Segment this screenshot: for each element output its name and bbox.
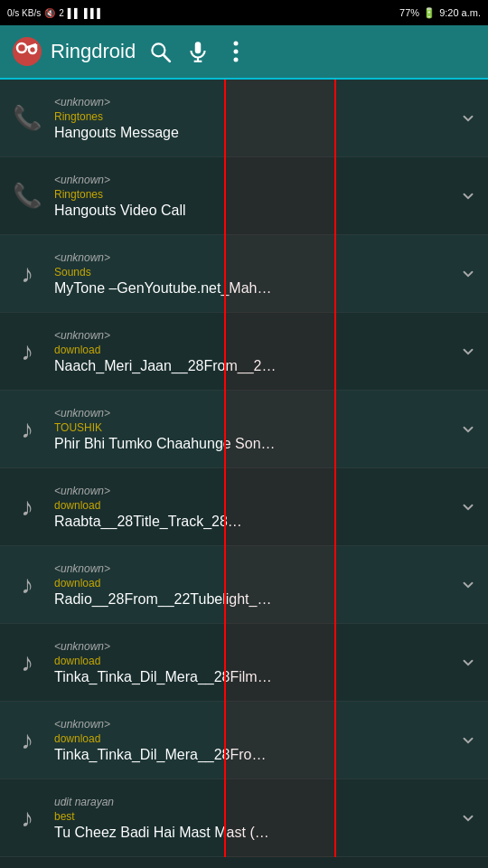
item-artist-5: <unknown> <box>54 485 441 497</box>
svg-point-0 <box>13 37 42 66</box>
item-icon-9: ♪ <box>0 804 54 833</box>
expand-button-5[interactable] <box>448 499 488 515</box>
svg-point-10 <box>234 42 239 46</box>
item-title-6: Radio__28From__22Tubelight_… <box>54 591 441 608</box>
item-artist-4: <unknown> <box>54 407 441 420</box>
item-artist-6: <unknown> <box>54 562 441 575</box>
music-note-icon: ♪ <box>21 648 33 677</box>
item-content-2: <unknown> Sounds MyTone –GenYoutube.net_… <box>54 251 448 297</box>
list-item[interactable]: 📞 <unknown> Ringtones Hangouts Video Cal… <box>0 157 488 235</box>
item-title-8: Tinka_Tinka_Dil_Mera__28Fro… <box>54 747 441 763</box>
music-note-icon: ♪ <box>21 726 33 755</box>
ringdroid-logo-icon <box>11 35 43 68</box>
item-category-8: download <box>54 732 441 745</box>
mute-icon: 🔇 <box>44 8 55 18</box>
item-category-5: download <box>54 499 441 512</box>
item-icon-6: ♪ <box>0 571 54 599</box>
svg-line-6 <box>164 55 170 61</box>
svg-point-12 <box>234 58 239 62</box>
item-icon-5: ♪ <box>0 493 54 522</box>
item-icon-4: ♪ <box>0 415 54 444</box>
item-artist-2: <unknown> <box>54 251 441 264</box>
music-note-icon: ♪ <box>21 259 33 288</box>
list-item[interactable]: ♪ <unknown> download Radio__28From__22Tu… <box>0 546 488 624</box>
expand-button-0[interactable] <box>448 110 488 127</box>
signal-bars: ▌▌ <box>68 8 80 18</box>
list-item[interactable]: ♪ <unknown> download Raabta__28Title_Tra… <box>0 468 488 546</box>
music-note-icon: ♪ <box>21 493 33 522</box>
item-category-4: TOUSHIK <box>54 421 441 434</box>
ringtone-list: 📞 <unknown> Ringtones Hangouts Message 📞… <box>0 80 488 868</box>
item-artist-8: <unknown> <box>54 718 441 731</box>
music-note-icon: ♪ <box>21 571 33 599</box>
item-artist-7: <unknown> <box>54 640 441 653</box>
mic-button[interactable] <box>184 38 211 65</box>
item-title-7: Tinka_Tinka_Dil_Mera__28Film… <box>54 669 441 685</box>
music-note-icon: ♪ <box>21 804 33 833</box>
signal-bars2: ▌▌▌ <box>84 8 103 18</box>
expand-button-4[interactable] <box>448 421 488 438</box>
expand-button-3[interactable] <box>448 344 488 360</box>
item-icon-3: ♪ <box>0 337 54 366</box>
item-content-4: <unknown> TOUSHIK Phir Bhi Tumko Chaahun… <box>54 407 448 452</box>
item-content-1: <unknown> Ringtones Hangouts Video Call <box>54 174 448 219</box>
app-title: Ringdroid <box>51 40 136 63</box>
clock: 9:20 a.m. <box>439 7 481 18</box>
list-item[interactable]: ♪ <unknown> download Naach_Meri_Jaan__28… <box>0 313 488 391</box>
app-logo: Ringdroid <box>11 35 136 68</box>
music-note-icon: ♪ <box>21 337 33 366</box>
expand-button-8[interactable] <box>448 732 488 749</box>
item-content-9: udit narayan best Tu Cheez Badi Hai Mast… <box>54 796 448 841</box>
search-button[interactable] <box>146 38 174 65</box>
item-content-3: <unknown> download Naach_Meri_Jaan__28Fr… <box>54 329 448 374</box>
status-left: 0/s KB/s 🔇 2 ▌▌ ▌▌▌ <box>7 8 103 18</box>
svg-rect-7 <box>195 42 202 53</box>
item-content-8: <unknown> download Tinka_Tinka_Dil_Mera_… <box>54 718 448 763</box>
item-icon-2: ♪ <box>0 259 54 288</box>
list-item[interactable]: ♪ <unknown> download Tinka_Tinka_Dil_Mer… <box>0 702 488 779</box>
item-category-9: best <box>54 810 441 823</box>
toolbar: Ringdroid <box>0 25 488 80</box>
item-artist-0: <unknown> <box>54 96 441 108</box>
item-category-2: Sounds <box>54 266 441 278</box>
item-title-9: Tu Cheez Badi Hai Mast Mast (… <box>54 825 441 841</box>
item-icon-8: ♪ <box>0 726 54 755</box>
item-category-7: download <box>54 655 441 667</box>
item-category-6: download <box>54 577 441 590</box>
item-category-1: Ringtones <box>54 188 441 201</box>
item-title-5: Raabta__28Title_Track_28… <box>54 514 441 530</box>
music-note-icon: ♪ <box>21 415 33 444</box>
item-artist-1: <unknown> <box>54 174 441 186</box>
list-item[interactable]: ♪ <unknown> download Tinka_Tinka_Dil_Mer… <box>0 624 488 702</box>
item-icon-1: 📞 <box>0 182 54 210</box>
phone-icon: 📞 <box>13 104 42 132</box>
item-content-7: <unknown> download Tinka_Tinka_Dil_Mera_… <box>54 640 448 685</box>
list-item[interactable]: 📞 <unknown> Ringtones Hangouts Message <box>0 80 488 157</box>
item-title-3: Naach_Meri_Jaan__28From__2… <box>54 358 441 374</box>
item-title-0: Hangouts Message <box>54 125 441 141</box>
expand-button-2[interactable] <box>448 266 488 282</box>
svg-point-11 <box>234 50 239 54</box>
item-content-5: <unknown> download Raabta__28Title_Track… <box>54 485 448 530</box>
item-title-4: Phir Bhi Tumko Chaahunge Son… <box>54 436 441 452</box>
item-content-0: <unknown> Ringtones Hangouts Message <box>54 96 448 141</box>
item-artist-3: <unknown> <box>54 329 441 342</box>
more-options-button[interactable] <box>222 38 249 65</box>
list-item[interactable]: ♪ <unknown> Sounds MyTone –GenYoutube.ne… <box>0 235 488 313</box>
expand-button-6[interactable] <box>448 577 488 593</box>
item-icon-7: ♪ <box>0 648 54 677</box>
item-title-2: MyTone –GenYoutube.net_Mah… <box>54 280 441 297</box>
expand-button-7[interactable] <box>448 655 488 671</box>
status-right: 77% 🔋 9:20 a.m. <box>399 7 481 19</box>
item-artist-9: udit narayan <box>54 796 441 808</box>
sim-indicator: 2 <box>59 8 64 18</box>
battery-percent: 77% <box>399 7 419 18</box>
expand-button-9[interactable] <box>448 810 488 826</box>
item-category-0: Ringtones <box>54 110 441 123</box>
item-content-6: <unknown> download Radio__28From__22Tube… <box>54 562 448 608</box>
item-icon-0: 📞 <box>0 104 54 132</box>
data-speed: 0/s KB/s <box>7 8 41 18</box>
list-item[interactable]: ♪ udit narayan best Tu Cheez Badi Hai Ma… <box>0 779 488 857</box>
list-item[interactable]: ♪ <unknown> TOUSHIK Phir Bhi Tumko Chaah… <box>0 391 488 468</box>
expand-button-1[interactable] <box>448 188 488 204</box>
